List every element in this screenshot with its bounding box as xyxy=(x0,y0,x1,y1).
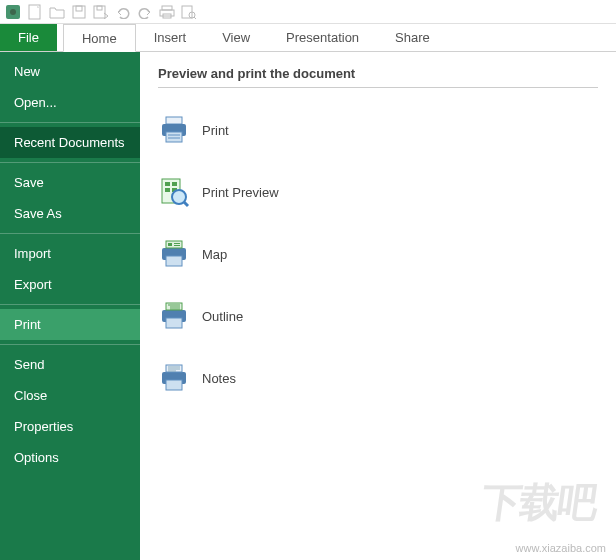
svg-rect-5 xyxy=(94,6,105,18)
notes-button[interactable]: Notes xyxy=(158,354,598,416)
redo-icon[interactable] xyxy=(136,3,154,21)
tab-presentation[interactable]: Presentation xyxy=(268,24,377,51)
svg-rect-3 xyxy=(73,6,85,18)
tab-home[interactable]: Home xyxy=(63,24,136,52)
sidebar-item-close[interactable]: Close xyxy=(0,380,140,411)
sidebar-item-options[interactable]: Options xyxy=(0,442,140,473)
svg-rect-7 xyxy=(162,6,172,10)
print-panel: Preview and print the document Print Pri… xyxy=(140,52,616,560)
sidebar-item-export[interactable]: Export xyxy=(0,269,140,300)
svg-rect-8 xyxy=(160,10,174,16)
outline-label: Outline xyxy=(202,309,243,324)
svg-rect-15 xyxy=(166,132,182,142)
svg-point-23 xyxy=(172,190,186,204)
new-file-icon[interactable] xyxy=(26,3,44,21)
print-preview-button[interactable]: Print Preview xyxy=(158,168,598,230)
file-menu-sidebar: New Open... Recent Documents Save Save A… xyxy=(0,52,140,560)
save-icon[interactable] xyxy=(70,3,88,21)
print-preview-icon xyxy=(158,176,190,208)
svg-rect-27 xyxy=(168,243,172,246)
printer-icon xyxy=(158,114,190,146)
sidebar-item-import[interactable]: Import xyxy=(0,238,140,269)
outline-button[interactable]: Outline xyxy=(158,292,598,354)
svg-point-1 xyxy=(10,9,16,15)
quick-access-toolbar xyxy=(0,0,616,24)
svg-rect-4 xyxy=(76,6,82,11)
svg-rect-20 xyxy=(172,182,177,186)
print-button[interactable]: Print xyxy=(158,106,598,168)
print-label: Print xyxy=(202,123,229,138)
sidebar-item-send[interactable]: Send xyxy=(0,349,140,380)
outline-print-icon xyxy=(158,300,190,332)
sidebar-separator xyxy=(0,162,140,163)
svg-line-24 xyxy=(184,202,188,206)
sidebar-item-recent[interactable]: Recent Documents xyxy=(0,127,140,158)
print-preview-icon[interactable] xyxy=(180,3,198,21)
sidebar-item-save[interactable]: Save xyxy=(0,167,140,198)
svg-rect-29 xyxy=(174,245,180,246)
map-print-icon xyxy=(158,238,190,270)
undo-icon[interactable] xyxy=(114,3,132,21)
svg-rect-21 xyxy=(165,188,170,192)
print-icon[interactable] xyxy=(158,3,176,21)
sidebar-item-properties[interactable]: Properties xyxy=(0,411,140,442)
open-icon[interactable] xyxy=(48,3,66,21)
svg-rect-19 xyxy=(165,182,170,186)
notes-print-icon xyxy=(158,362,190,394)
backstage: New Open... Recent Documents Save Save A… xyxy=(0,52,616,560)
sidebar-item-new[interactable]: New xyxy=(0,56,140,87)
panel-title: Preview and print the document xyxy=(158,66,598,88)
svg-line-12 xyxy=(194,17,196,19)
svg-rect-30 xyxy=(166,256,182,266)
tab-file[interactable]: File xyxy=(0,24,57,51)
ribbon-tabs: File Home Insert View Presentation Share xyxy=(0,24,616,52)
map-label: Map xyxy=(202,247,227,262)
sidebar-item-print[interactable]: Print xyxy=(0,309,140,340)
sidebar-item-open[interactable]: Open... xyxy=(0,87,140,118)
svg-rect-28 xyxy=(174,243,180,244)
svg-rect-13 xyxy=(166,117,182,124)
sidebar-separator xyxy=(0,233,140,234)
svg-rect-36 xyxy=(166,318,182,328)
print-preview-label: Print Preview xyxy=(202,185,279,200)
tab-view[interactable]: View xyxy=(204,24,268,51)
save-as-icon[interactable] xyxy=(92,3,110,21)
tab-insert[interactable]: Insert xyxy=(136,24,205,51)
sidebar-separator xyxy=(0,122,140,123)
sidebar-separator xyxy=(0,304,140,305)
svg-rect-42 xyxy=(166,380,182,390)
notes-label: Notes xyxy=(202,371,236,386)
map-button[interactable]: Map xyxy=(158,230,598,292)
sidebar-separator xyxy=(0,344,140,345)
sidebar-item-saveas[interactable]: Save As xyxy=(0,198,140,229)
tab-share[interactable]: Share xyxy=(377,24,448,51)
svg-rect-6 xyxy=(97,6,102,10)
app-icon xyxy=(4,3,22,21)
